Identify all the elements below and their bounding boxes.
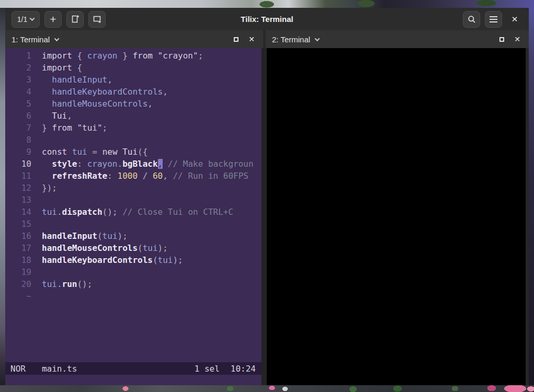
line-number: 3: [5, 74, 31, 86]
code-text: } from "tui";: [42, 122, 107, 134]
code-text: refreshRate: 1000 / 60, // Run in 60FPS: [42, 170, 248, 182]
code-text: handleMouseControls,: [42, 98, 153, 110]
line-number: 14: [5, 206, 31, 218]
pane-header-1[interactable]: 1: Terminal ✕: [5, 30, 263, 48]
line-number: 19: [5, 266, 31, 278]
code-text: handleKeyboardControls(tui);: [42, 254, 183, 266]
pane-header-2[interactable]: 2: Terminal ✕: [266, 30, 529, 48]
editor-terminal-pane[interactable]: 1import { crayon } from "crayon";2import…: [5, 48, 262, 385]
maximize-pane-icon[interactable]: [499, 37, 504, 42]
code-line: 2import {: [5, 62, 262, 74]
code-text: const tui = new Tui({: [42, 146, 147, 158]
line-number: 1: [5, 50, 31, 62]
code-line: 12});: [5, 182, 262, 194]
close-pane-icon[interactable]: ✕: [514, 35, 520, 43]
pane-title: 2: Terminal: [272, 35, 310, 44]
selection-count: 1 sel: [195, 364, 220, 374]
code-text: tui.dispatch(); // Close Tui on CTRL+C: [42, 206, 233, 218]
split-down-icon: [93, 15, 101, 24]
close-pane-icon[interactable]: ✕: [248, 35, 255, 43]
wallpaper-top: [0, 0, 534, 8]
cursor-position: 10:24: [231, 364, 256, 374]
pane-title: 1: Terminal: [12, 35, 50, 44]
split-right-button[interactable]: [66, 11, 84, 28]
code-line: 3 handleInput,: [5, 74, 262, 86]
code-line: 6 Tui,: [5, 110, 262, 122]
line-number: 16: [5, 230, 31, 242]
session-switcher-button[interactable]: 1/1: [12, 11, 40, 28]
maximize-pane-icon[interactable]: [234, 37, 238, 42]
line-number: 7: [5, 122, 31, 134]
empty-buffer-row: ~: [5, 290, 262, 302]
code-text: tui.run();: [42, 278, 92, 290]
code-text: import {: [42, 62, 82, 74]
code-line: 1import { crayon } from "crayon";: [5, 50, 262, 62]
panes-content: 1import { crayon } from "crayon";2import…: [5, 48, 529, 385]
line-number: 11: [5, 170, 31, 182]
code-line: 5 handleMouseControls,: [5, 98, 262, 110]
close-icon: ✕: [512, 15, 518, 24]
code-line: 13: [5, 194, 262, 206]
line-number: 5: [5, 98, 31, 110]
hamburger-menu-icon: [490, 19, 497, 20]
chevron-down-icon[interactable]: [54, 36, 60, 41]
line-number: 20: [5, 278, 31, 290]
line-number: 15: [5, 218, 31, 230]
code-line: 20tui.run();: [5, 278, 262, 290]
code-line: 8: [5, 134, 262, 146]
tilix-window: Tilix: Terminal 1/1 +: [5, 8, 529, 385]
code-area: 1import { crayon } from "crayon";2import…: [5, 48, 262, 302]
code-line: 15: [5, 218, 262, 230]
code-text: handleInput,: [42, 74, 112, 86]
session-indicator: 1/1: [17, 15, 27, 24]
code-line: 7} from "tui";: [5, 122, 262, 134]
code-text: handleKeyboardControls,: [42, 86, 168, 98]
editor-statusbar: NOR main.ts 1 sel 10:24: [5, 362, 262, 375]
block-cursor: ,: [158, 159, 163, 169]
wallpaper-left: [0, 8, 5, 385]
line-number: 17: [5, 242, 31, 254]
line-number: 8: [5, 134, 31, 146]
search-button[interactable]: [463, 11, 480, 28]
code-line: 11 refreshRate: 1000 / 60, // Run in 60F…: [5, 170, 262, 182]
chevron-down-icon[interactable]: [315, 36, 320, 41]
code-text: import { crayon } from "crayon";: [42, 50, 203, 62]
wallpaper-bottom: [0, 385, 534, 392]
line-number: 18: [5, 254, 31, 266]
window-close-button[interactable]: ✕: [507, 11, 522, 28]
code-line: 9const tui = new Tui({: [5, 146, 262, 158]
filename: main.ts: [42, 364, 77, 374]
line-number: 9: [5, 146, 31, 158]
titlebar[interactable]: Tilix: Terminal 1/1 +: [5, 8, 529, 30]
search-icon: [468, 15, 476, 24]
split-right-icon: [71, 15, 79, 24]
tilde-marker: ~: [5, 290, 31, 302]
line-number: 4: [5, 86, 31, 98]
line-number: 2: [5, 62, 31, 74]
code-line: 18handleKeyboardControls(tui);: [5, 254, 262, 266]
code-line: 17handleMouseControls(tui);: [5, 242, 262, 254]
new-session-button[interactable]: +: [44, 11, 62, 28]
code-text: Tui,: [42, 110, 72, 122]
chevron-down-icon: [30, 16, 35, 21]
pane-splitter-handle[interactable]: [262, 48, 267, 385]
plus-icon: +: [50, 14, 56, 25]
split-down-button[interactable]: [88, 11, 106, 28]
code-line: 10 style: crayon.bgBlack, // Make backgr…: [5, 158, 262, 170]
line-number: 6: [5, 110, 31, 122]
code-line: 4 handleKeyboardControls,: [5, 86, 262, 98]
code-line: 14tui.dispatch(); // Close Tui on CTRL+C: [5, 206, 262, 218]
code-line: 19: [5, 266, 262, 278]
menu-button[interactable]: [485, 11, 502, 28]
pane-headers: 1: Terminal ✕ 2: Terminal ✕: [5, 30, 529, 48]
screen: Tilix: Terminal 1/1 +: [0, 0, 534, 392]
code-line: 16handleInput(tui);: [5, 230, 262, 242]
line-number: 13: [5, 194, 31, 206]
code-text: handleInput(tui);: [42, 230, 128, 242]
empty-terminal-pane[interactable]: [267, 48, 529, 385]
line-number: 12: [5, 182, 31, 194]
line-number: 10: [5, 158, 31, 170]
wallpaper-right: [529, 8, 534, 385]
code-text: });: [42, 182, 57, 194]
code-text: style: crayon.bgBlack, // Make backgroun: [42, 158, 254, 170]
